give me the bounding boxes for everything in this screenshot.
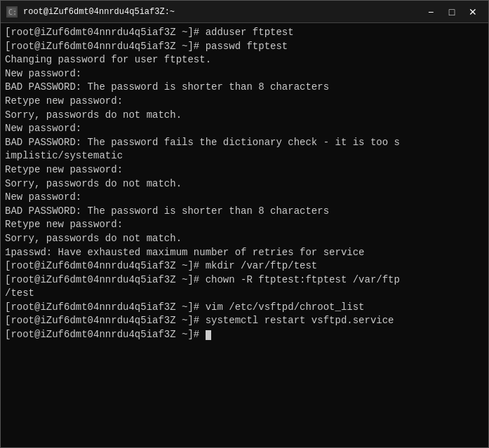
terminal-body[interactable]: [root@iZuf6dmt04nnrdu4q5iaf3Z ~]# adduse…	[1, 23, 488, 447]
terminal-line: Retype new password:	[5, 95, 484, 109]
terminal-line: Sorry, passwords do not match.	[5, 232, 484, 246]
terminal-line: [root@iZuf6dmt04nnrdu4q5iaf3Z ~]# adduse…	[5, 26, 484, 40]
terminal-line: /test	[5, 287, 484, 301]
terminal-line: [root@iZuf6dmt04nnrdu4q5iaf3Z ~]#	[5, 328, 484, 342]
terminal-line: [root@iZuf6dmt04nnrdu4q5iaf3Z ~]# mkdir …	[5, 259, 484, 273]
title-bar: C: root@iZuf6dmt04nnrdu4q5iaf3Z:~ − □ ✕	[1, 1, 488, 23]
terminal-window: C: root@iZuf6dmt04nnrdu4q5iaf3Z:~ − □ ✕ …	[0, 0, 489, 448]
terminal-line: [root@iZuf6dmt04nnrdu4q5iaf3Z ~]# vim /e…	[5, 301, 484, 315]
terminal-icon: C:	[6, 6, 18, 18]
terminal-line: Sorry, passwords do not match.	[5, 177, 484, 191]
terminal-line: BAD PASSWORD: The password is shorter th…	[5, 81, 484, 95]
terminal-line: implistic/systematic	[5, 149, 484, 163]
terminal-line: Retype new password:	[5, 163, 484, 177]
window-title: root@iZuf6dmt04nnrdu4q5iaf3Z:~	[23, 7, 175, 17]
terminal-line: New password:	[5, 122, 484, 136]
terminal-line: BAD PASSWORD: The password fails the dic…	[5, 136, 484, 150]
terminal-line: [root@iZuf6dmt04nnrdu4q5iaf3Z ~]# system…	[5, 314, 484, 328]
terminal-line: Retype new password:	[5, 218, 484, 232]
terminal-line: New password:	[5, 67, 484, 81]
terminal-line: [root@iZuf6dmt04nnrdu4q5iaf3Z ~]# chown …	[5, 273, 484, 287]
title-bar-left: C: root@iZuf6dmt04nnrdu4q5iaf3Z:~	[6, 6, 175, 18]
svg-text:C:: C:	[8, 8, 17, 16]
maximize-button[interactable]: □	[442, 4, 462, 20]
terminal-line: New password:	[5, 191, 484, 205]
terminal-line: BAD PASSWORD: The password is shorter th…	[5, 205, 484, 219]
terminal-line: 1passwd: Have exhausted maximum number o…	[5, 246, 484, 260]
terminal-line: Sorry, passwords do not match.	[5, 109, 484, 123]
minimize-button[interactable]: −	[421, 4, 441, 20]
title-bar-controls: − □ ✕	[421, 4, 483, 20]
close-button[interactable]: ✕	[463, 4, 483, 20]
terminal-line: Changing password for user ftptest.	[5, 53, 484, 67]
terminal-line: [root@iZuf6dmt04nnrdu4q5iaf3Z ~]# passwd…	[5, 40, 484, 54]
cursor	[206, 330, 211, 340]
